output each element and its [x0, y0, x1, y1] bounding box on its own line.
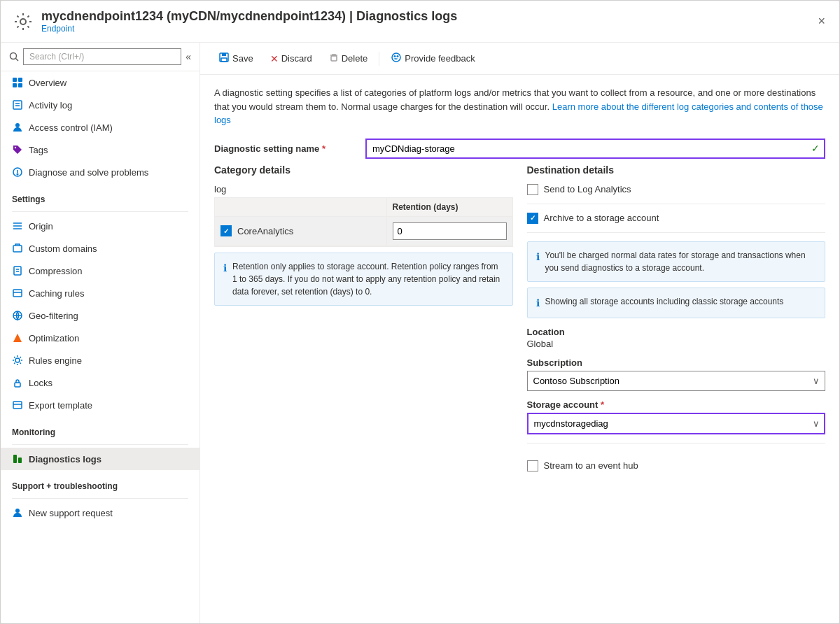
core-analytics-checkbox[interactable]: ✓	[220, 225, 232, 236]
location-label: Location	[527, 327, 826, 337]
sidebar-item-label: New support request	[29, 508, 113, 518]
sidebar-item-overview[interactable]: Overview	[1, 71, 200, 94]
rules-engine-icon	[12, 355, 23, 366]
category-details-title: Category details	[214, 164, 513, 176]
description-main: A diagnostic setting specifies a list of…	[214, 86, 825, 127]
diagnose-icon	[12, 166, 23, 178]
log-section-label: log	[214, 184, 513, 194]
sidebar-item-caching-rules[interactable]: Caching rules	[1, 282, 200, 304]
sidebar-item-tags[interactable]: Tags	[1, 139, 200, 161]
checkmark: ✓	[223, 227, 229, 235]
table-row: ✓ CoreAnalytics	[215, 217, 512, 246]
sidebar-item-iam[interactable]: Access control (IAM)	[1, 116, 200, 139]
discard-icon: ✕	[270, 53, 279, 64]
save-icon	[218, 52, 230, 65]
info-icon: ℹ	[223, 261, 227, 298]
stream-checkbox[interactable]	[527, 460, 538, 471]
monitoring-divider	[12, 444, 188, 445]
search-input[interactable]	[23, 48, 181, 65]
storage-account-dropdown-wrapper: mycdnstoragediag ∨	[527, 413, 826, 434]
close-button[interactable]: ×	[815, 11, 828, 31]
svg-rect-31	[13, 455, 17, 463]
setting-name-label: Diagnostic setting name *	[214, 143, 354, 154]
storage-account-dropdown[interactable]: mycdnstoragediag	[527, 413, 826, 434]
custom-domains-icon	[12, 243, 23, 254]
sidebar-item-label: Optimization	[29, 333, 79, 343]
retention-input[interactable]	[393, 222, 507, 240]
setting-name-input-wrapper: ✓	[365, 139, 825, 159]
setting-name-row: Diagnostic setting name * ✓	[214, 139, 825, 159]
sidebar-item-label: Diagnostics logs	[29, 454, 102, 465]
sidebar-item-origin[interactable]: Origin	[1, 215, 200, 237]
overview-icon	[12, 77, 23, 88]
sidebar-item-custom-domains[interactable]: Custom domains	[1, 237, 200, 260]
feedback-button[interactable]: Provide feedback	[384, 48, 482, 69]
sidebar-item-new-support-request[interactable]: New support request	[1, 502, 200, 524]
collapse-button[interactable]: «	[186, 51, 191, 62]
discard-button[interactable]: ✕ Discard	[263, 50, 319, 68]
archive-checkbox[interactable]: ✓	[527, 213, 538, 224]
required-star: *	[322, 143, 326, 154]
locks-icon	[12, 377, 23, 388]
feedback-label: Provide feedback	[405, 53, 475, 64]
svg-rect-32	[18, 458, 22, 463]
sidebar-item-geo-filtering[interactable]: Geo-filtering	[1, 304, 200, 327]
destination-details-column: Destination details Send to Log Analytic…	[527, 164, 826, 471]
svg-rect-36	[221, 58, 227, 62]
storage-accounts-info-text: Showing all storage accounts including c…	[545, 295, 784, 311]
svg-rect-37	[331, 56, 337, 61]
log-analytics-label: Send to Log Analytics	[544, 184, 631, 194]
svg-rect-35	[222, 53, 226, 56]
sidebar-item-diagnose[interactable]: Diagnose and solve problems	[1, 161, 200, 183]
settings-section-label: Settings	[1, 183, 200, 208]
toolbar: Save ✕ Discard Delete Provi	[200, 43, 839, 75]
retention-cell	[386, 217, 512, 246]
delete-icon	[329, 52, 339, 64]
sidebar-item-label: Export template	[29, 400, 92, 411]
compression-icon	[12, 265, 23, 276]
geo-filtering-icon	[12, 310, 23, 321]
sidebar-item-export-template[interactable]: Export template	[1, 394, 200, 416]
svg-rect-3	[13, 78, 17, 82]
toolbar-separator	[379, 52, 379, 66]
svg-point-40	[397, 56, 398, 57]
svg-rect-29	[13, 402, 22, 409]
monitoring-section-label: Monitoring	[1, 416, 200, 441]
log-analytics-checkbox[interactable]	[527, 184, 538, 195]
page-subtitle: Endpoint	[41, 24, 457, 34]
destination-details-title: Destination details	[527, 164, 826, 176]
settings-icon	[12, 10, 34, 33]
log-section: log Retention (days) ✓	[214, 184, 513, 247]
svg-rect-18	[13, 246, 22, 252]
search-icon	[9, 52, 19, 62]
sidebar-item-compression[interactable]: Compression	[1, 260, 200, 282]
subscription-label: Subscription	[527, 357, 826, 368]
page-title: mycdnendpoint1234 (myCDN/mycdnendpoint12…	[41, 9, 457, 24]
tags-icon	[12, 144, 23, 155]
sidebar-item-locks[interactable]: Locks	[1, 371, 200, 394]
sidebar-item-label: Tags	[29, 145, 48, 155]
log-analytics-row: Send to Log Analytics	[527, 184, 826, 195]
save-button[interactable]: Save	[211, 48, 260, 69]
core-analytics-label: CoreAnalytics	[237, 226, 293, 236]
sidebar-item-optimization[interactable]: Optimization	[1, 327, 200, 349]
log-row-name: ✓ CoreAnalytics	[215, 220, 386, 242]
diagnostics-logs-icon	[12, 453, 23, 465]
two-column-layout: Category details log Retention (days)	[214, 164, 825, 471]
charge-info-icon: ℹ	[536, 250, 540, 274]
subscription-dropdown[interactable]: Contoso Subscription	[527, 371, 826, 391]
stream-row: Stream to an event hub	[527, 460, 826, 471]
charge-info-text: You'll be charged normal data rates for …	[545, 249, 817, 274]
feedback-icon	[391, 52, 402, 65]
svg-rect-19	[14, 267, 21, 275]
sidebar-item-diagnostics-logs[interactable]: Diagnostics logs	[1, 448, 200, 470]
iam-icon	[12, 122, 23, 133]
origin-icon	[12, 220, 23, 232]
archive-row: ✓ Archive to a storage account	[527, 213, 826, 224]
sidebar-item-rules-engine[interactable]: Rules engine	[1, 349, 200, 371]
setting-name-input[interactable]	[365, 139, 825, 159]
retention-col-header: Retention (days)	[386, 198, 512, 216]
log-table: Retention (days) ✓ CoreAnalytics	[214, 197, 513, 247]
delete-button[interactable]: Delete	[322, 49, 375, 68]
sidebar-item-activity-log[interactable]: Activity log	[1, 94, 200, 116]
